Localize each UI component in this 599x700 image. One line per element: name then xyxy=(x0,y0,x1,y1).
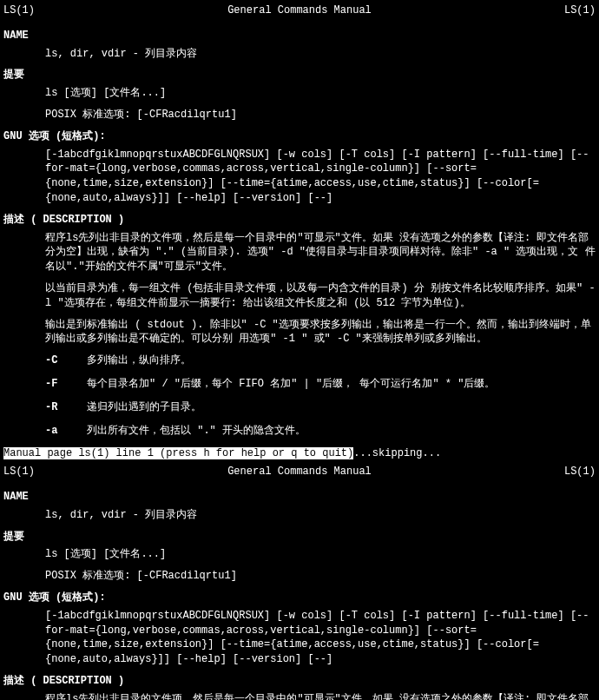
desc-para1-2: 程序ls先列出非目录的文件项，然后是每一个目录中的"可显示"文件。如果 没有选项… xyxy=(45,692,596,700)
option-flag: -a xyxy=(45,424,87,439)
synopsis-line2: POSIX 标准选项: [-CFRacdilqrtu1] xyxy=(45,108,596,122)
option-flag: -F xyxy=(45,377,87,392)
man-header-repeat: LS(1) General Commands Manual LS(1) xyxy=(3,465,596,479)
man-header-top: LS(1) General Commands Manual LS(1) xyxy=(3,3,596,18)
header-left: LS(1) xyxy=(3,465,35,479)
header-center: General Commands Manual xyxy=(227,465,372,479)
section-description-heading-2: 描述 ( DESCRIPTION ) xyxy=(3,674,596,689)
section-synopsis-heading: 提要 xyxy=(3,68,596,83)
pager-status-highlighted: Manual page ls(1) line 1 (press h for he… xyxy=(3,447,353,459)
gnu-options-content-2: [-1abcdfgiklmnopqrstuxABCDFGLNQRSUX] [-w… xyxy=(45,609,596,667)
header-left: LS(1) xyxy=(3,3,35,18)
header-center: General Commands Manual xyxy=(227,3,372,18)
section-synopsis-heading-2: 提要 xyxy=(3,530,596,545)
option-flag: -C xyxy=(45,353,87,368)
option-desc: 递归列出遇到的子目录。 xyxy=(87,400,596,415)
synopsis-line1-2: ls [选项] [文件名...] xyxy=(45,547,596,562)
pager-status-line[interactable]: Manual page ls(1) line 1 (press h for he… xyxy=(3,446,596,461)
option-flag: -R xyxy=(45,400,87,415)
option-row: -C 多列输出，纵向排序。 xyxy=(45,353,596,368)
header-right: LS(1) xyxy=(564,3,596,18)
option-row: -a 列出所有文件，包括以 "." 开头的隐含文件。 xyxy=(45,424,596,439)
synopsis-line1: ls [选项] [文件名...] xyxy=(45,86,596,101)
option-desc: 列出所有文件，包括以 "." 开头的隐含文件。 xyxy=(87,424,596,439)
option-desc: 每个目录名加" / "后缀，每个 FIFO 名加" | "后缀， 每个可运行名加… xyxy=(87,377,596,392)
section-name-heading-2: NAME xyxy=(3,490,596,505)
header-right: LS(1) xyxy=(564,465,596,479)
desc-para2: 以当前目录为准，每一组文件 (包括非目录文件项，以及每一内含文件的目录) 分 别… xyxy=(45,281,596,311)
gnu-options-content: [-1abcdfgiklmnopqrstuxABCDFGLNQRSUX] [-w… xyxy=(45,148,596,206)
section-gnu-heading: GNU 选项 (短格式): xyxy=(3,129,596,144)
section-name-heading: NAME xyxy=(3,29,596,43)
desc-para1: 程序ls先列出非目录的文件项，然后是每一个目录中的"可显示"文件。如果 没有选项… xyxy=(45,231,596,274)
option-desc: 多列输出，纵向排序。 xyxy=(87,353,596,368)
pager-status-after: ...skipping... xyxy=(353,447,441,459)
desc-para3: 输出是到标准输出 ( stdout ). 除非以" -C "选项要求按多列输出，… xyxy=(45,318,596,347)
section-description-heading: 描述 ( DESCRIPTION ) xyxy=(3,213,596,228)
synopsis-line2-2: POSIX 标准选项: [-CFRacdilqrtu1] xyxy=(45,569,596,584)
section-gnu-heading-2: GNU 选项 (短格式): xyxy=(3,591,596,605)
section-name-content: ls, dir, vdir - 列目录内容 xyxy=(45,47,596,62)
option-row: -R 递归列出遇到的子目录。 xyxy=(45,400,596,415)
section-name-content-2: ls, dir, vdir - 列目录内容 xyxy=(45,508,596,523)
option-row: -F 每个目录名加" / "后缀，每个 FIFO 名加" | "后缀， 每个可运… xyxy=(45,377,596,392)
